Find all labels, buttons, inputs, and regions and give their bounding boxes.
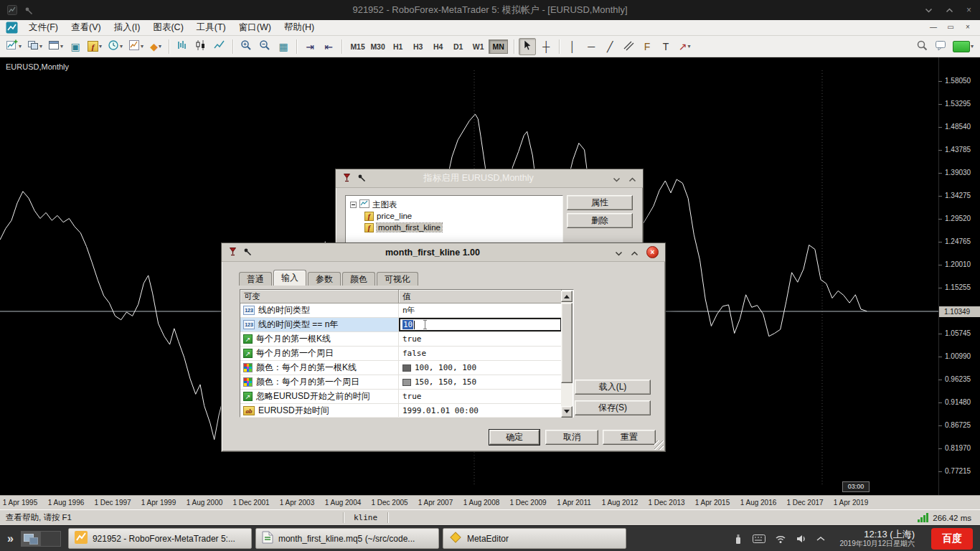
cursor-button[interactable]: [519, 38, 536, 55]
timeframe-h1[interactable]: H1: [388, 39, 407, 54]
param-row[interactable]: ↗每个月的第一根K线true: [240, 332, 562, 347]
fibonacci-button[interactable]: F: [639, 38, 656, 55]
tree-item-price_line[interactable]: fprice_line: [346, 210, 562, 222]
param-value-cell[interactable]: n年: [399, 303, 562, 317]
timeframe-m15[interactable]: M15: [348, 39, 367, 54]
param-value-cell[interactable]: 1999.01.01 00:00: [399, 404, 562, 417]
bar-chart-button[interactable]: [174, 38, 191, 55]
workspace-2[interactable]: [41, 532, 60, 546]
tab-颜色[interactable]: 颜色: [342, 272, 375, 286]
param-name-cell[interactable]: 颜色：每个月的第一根K线: [240, 361, 399, 375]
dialog-expand-icon[interactable]: [631, 246, 639, 259]
auto-scroll-button[interactable]: ⇥: [301, 38, 319, 55]
param-value-cell[interactable]: 150, 150, 150: [399, 375, 562, 389]
tab-普通[interactable]: 普通: [239, 272, 272, 286]
workspace-1[interactable]: [22, 532, 41, 546]
task-button-3[interactable]: MetaEditor: [443, 528, 626, 549]
save-button[interactable]: 保存(S): [575, 400, 651, 415]
time-scale[interactable]: 1 Apr 19951 Aug 19961 Dec 19971 Apr 1999…: [0, 495, 980, 509]
param-name-cell[interactable]: 123线的时间类型 == n年: [240, 318, 399, 331]
chat-button[interactable]: [932, 38, 949, 55]
menu-item-2[interactable]: 查看(V): [65, 22, 108, 32]
param-name-cell[interactable]: abEURUSD开始时间: [240, 404, 399, 417]
param-name-cell[interactable]: ↗忽略EURUSD开始之前的时间: [240, 390, 399, 403]
launcher-icon[interactable]: »: [0, 532, 21, 545]
tab-参数[interactable]: 参数: [308, 272, 341, 286]
param-name-cell[interactable]: ↗每个月的第一根K线: [240, 332, 399, 346]
param-row[interactable]: 123线的时间类型n年: [240, 303, 562, 318]
param-value-cell[interactable]: false: [399, 347, 562, 360]
connect-status-button[interactable]: ▾: [951, 38, 976, 55]
window-close-icon[interactable]: ×: [966, 5, 971, 15]
ime-badge[interactable]: 百度: [931, 528, 973, 550]
param-row[interactable]: 123线的时间类型 == n年10: [240, 318, 562, 332]
tree-collapse-icon[interactable]: [350, 202, 357, 208]
wifi-icon[interactable]: [775, 534, 786, 544]
param-value-editor[interactable]: 10: [400, 319, 561, 331]
arrange-windows-button[interactable]: ▦: [275, 38, 292, 55]
mdi-minimize-button[interactable]: —: [927, 22, 940, 33]
indicators-dialog-titlebar[interactable]: 指标启用 EURUSD,Monthly: [336, 169, 643, 188]
table-scrollbar[interactable]: [561, 291, 573, 418]
menu-item-3[interactable]: 插入(I): [108, 22, 147, 32]
price-scale[interactable]: 1.580501.532951.485401.437851.390301.342…: [938, 57, 980, 495]
param-row[interactable]: ↗忽略EURUSD开始之前的时间true: [240, 390, 562, 404]
dialog-collapse-icon[interactable]: [613, 172, 621, 185]
scroll-up-button[interactable]: [561, 291, 573, 302]
cancel-button[interactable]: 取消: [545, 430, 598, 445]
mdi-restore-button[interactable]: ▭: [944, 22, 957, 33]
dialog-collapse-icon[interactable]: [615, 246, 623, 259]
reset-button[interactable]: 重置: [603, 430, 656, 445]
param-name-cell[interactable]: 123线的时间类型: [240, 303, 399, 317]
clock[interactable]: 12:13 (上海) 2019年10月12日星期六: [840, 529, 915, 549]
parameters-dialog-titlebar[interactable]: month_first_kline 1.00 ×: [222, 243, 665, 262]
dialog-expand-icon[interactable]: [628, 172, 636, 185]
ok-button[interactable]: 确定: [489, 430, 540, 445]
timeframe-h3[interactable]: H3: [408, 39, 428, 54]
tile-windows-button[interactable]: ▣: [67, 38, 84, 55]
param-row[interactable]: 颜色：每个月的第一根K线100, 100, 100: [240, 361, 562, 375]
mdi-close-button[interactable]: ×: [961, 22, 974, 33]
zoom-in-button[interactable]: [237, 38, 255, 55]
menu-item-5[interactable]: 工具(T): [190, 22, 232, 32]
menu-item-7[interactable]: 帮助(H): [278, 22, 321, 32]
properties-button[interactable]: 属性: [567, 195, 633, 210]
tray-expand-icon[interactable]: [816, 536, 825, 542]
timeframe-w1[interactable]: W1: [468, 39, 488, 54]
column-header-variable[interactable]: 可变: [240, 290, 399, 303]
menu-item-1[interactable]: 文件(F): [22, 22, 65, 32]
horizontal-line-button[interactable]: ─: [583, 38, 600, 55]
timeframe-m30[interactable]: M30: [368, 39, 387, 54]
keyboard-icon[interactable]: [753, 534, 765, 543]
workspace-pager[interactable]: [21, 531, 61, 547]
search-button[interactable]: [913, 38, 930, 55]
column-header-value[interactable]: 值: [399, 290, 562, 303]
param-name-cell[interactable]: 颜色：每个月的第一个周日: [240, 375, 399, 389]
text-button[interactable]: T: [657, 38, 674, 55]
param-row[interactable]: abEURUSD开始时间1999.01.01 00:00: [240, 404, 562, 417]
templates-button[interactable]: ▾: [126, 38, 146, 55]
usb-icon[interactable]: [733, 533, 743, 545]
zoom-out-button[interactable]: [256, 38, 273, 55]
param-name-cell[interactable]: ↗每个月的第一个周日: [240, 347, 399, 360]
task-button-1[interactable]: 921952 - RoboForex-MetaTrader 5:...: [68, 528, 252, 549]
objects-button[interactable]: ◆▾: [147, 38, 164, 55]
pin-icon[interactable]: [357, 172, 366, 185]
load-button[interactable]: 载入(L): [575, 380, 651, 395]
window-shade-icon[interactable]: [925, 8, 933, 13]
tab-输入[interactable]: 输入: [273, 270, 306, 286]
crosshair-button[interactable]: ┼: [537, 38, 555, 55]
vertical-line-button[interactable]: │: [564, 38, 581, 55]
tree-root-row[interactable]: 主图表: [346, 199, 562, 210]
task-button-2[interactable]: month_first_kline.mq5 (~/src/code...: [255, 528, 439, 549]
chart-window-button[interactable]: ▾: [46, 38, 65, 55]
scroll-thumb[interactable]: [561, 303, 573, 383]
window-unshade-icon[interactable]: [946, 8, 953, 13]
param-value-cell[interactable]: true: [399, 390, 562, 403]
delete-button[interactable]: 删除: [567, 213, 633, 228]
pin-icon[interactable]: [243, 246, 252, 259]
arrows-button[interactable]: ↗▾: [676, 38, 693, 55]
param-row[interactable]: 颜色：每个月的第一个周日150, 150, 150: [240, 375, 562, 390]
timeframe-d1[interactable]: D1: [448, 39, 468, 54]
new-chart-button[interactable]: ▾: [4, 38, 24, 55]
